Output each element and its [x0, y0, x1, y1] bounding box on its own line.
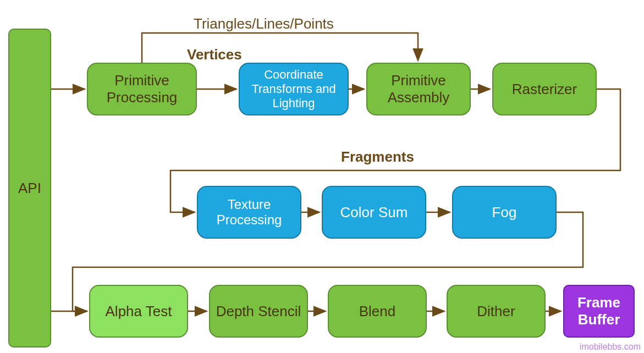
primitive-assembly-label: Primitive Assembly — [367, 72, 470, 106]
triangles-label: Triangles/Lines/Points — [194, 15, 334, 32]
primitive-assembly-box: Primitive Assembly — [366, 63, 471, 115]
rasterizer-box: Rasterizer — [492, 63, 597, 115]
texture-processing-label: Texture Processing — [198, 197, 300, 228]
color-sum-label: Color Sum — [340, 204, 408, 221]
fog-box: Fog — [452, 186, 557, 239]
frame-buffer-box: Frame Buffer — [563, 285, 635, 338]
blend-box: Blend — [328, 285, 427, 338]
texture-processing-box: Texture Processing — [197, 186, 301, 239]
api-box: API — [8, 29, 51, 348]
watermark: imobilebbs.com — [580, 342, 641, 352]
fragments-label: Fragments — [341, 148, 414, 166]
blend-label: Blend — [359, 303, 396, 320]
coordinate-transforms-label: Coordinate Transforms and Lighting — [240, 68, 348, 111]
frame-buffer-label: Frame Buffer — [564, 294, 634, 328]
depth-stencil-box: Depth Stencil — [209, 285, 308, 338]
coordinate-transforms-box: Coordinate Transforms and Lighting — [239, 63, 349, 115]
fog-label: Fog — [492, 204, 517, 221]
alpha-test-label: Alpha Test — [106, 303, 172, 320]
dither-label: Dither — [477, 303, 515, 320]
depth-stencil-label: Depth Stencil — [216, 303, 301, 320]
primitive-processing-box: Primitive Processing — [87, 63, 197, 115]
dither-box: Dither — [447, 285, 546, 338]
vertices-label: Vertices — [187, 46, 242, 63]
rasterizer-label: Rasterizer — [512, 81, 577, 98]
alpha-test-box: Alpha Test — [89, 285, 188, 338]
primitive-processing-label: Primitive Processing — [88, 72, 196, 106]
api-label: API — [18, 180, 41, 197]
color-sum-box: Color Sum — [322, 186, 426, 239]
